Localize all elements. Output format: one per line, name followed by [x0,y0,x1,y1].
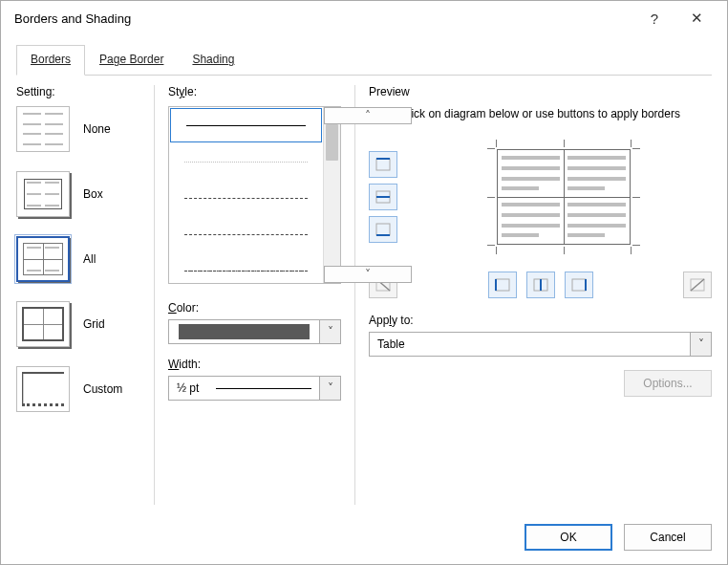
style-listbox[interactable]: ˄ ˅ [168,106,341,284]
setting-custom[interactable]: Custom [16,366,150,412]
svg-rect-0 [376,159,390,170]
preview-hint: Click on diagram below or use buttons to… [397,106,683,122]
style-option-dash-dot[interactable] [169,252,323,283]
color-swatch [179,324,310,339]
style-label: Style: [168,85,341,98]
border-inner-horizontal-button[interactable] [369,184,397,210]
setting-custom-icon [16,366,70,412]
setting-all-icon [16,236,70,282]
width-dropdown[interactable]: ½ pt ˅ [168,376,341,401]
width-label: Width: [168,358,341,371]
ok-button[interactable]: OK [525,524,612,551]
style-option-hairline[interactable] [169,143,323,180]
border-inner-vertical-button[interactable] [526,272,555,298]
setting-grid[interactable]: Grid [16,301,150,347]
setting-box[interactable]: Box [16,171,150,217]
dialog-title: Borders and Shading [14,11,633,26]
setting-none-icon [16,106,70,152]
help-button[interactable]: ? [633,4,675,33]
tab-strip: Borders Page Border Shading [16,45,712,76]
chevron-down-icon: ˅ [319,377,340,400]
setting-box-label: Box [83,187,103,201]
scroll-up-icon[interactable]: ˄ [324,107,412,124]
setting-all[interactable]: All [16,236,150,282]
apply-to-label: Apply to: [369,314,712,327]
setting-grid-icon [16,301,70,347]
style-option-solid[interactable] [170,108,322,142]
svg-rect-8 [496,279,509,291]
border-bottom-button[interactable] [369,216,397,243]
dialog-footer: OK Cancel [16,505,712,551]
setting-box-icon [16,171,70,217]
border-right-button[interactable] [565,272,593,298]
border-top-button[interactable] [369,151,397,178]
style-option-long-dash[interactable] [169,216,323,252]
close-button[interactable]: ✕ [675,4,717,33]
scroll-down-icon[interactable]: ˅ [324,266,412,283]
preview-diagram[interactable] [487,140,640,254]
dialog-borders-and-shading: Borders and Shading ? ✕ Borders Page Bor… [0,0,728,565]
svg-line-15 [691,279,704,291]
tab-shading[interactable]: Shading [178,45,248,76]
options-button: Options... [624,370,712,397]
chevron-down-icon: ˅ [319,320,340,343]
border-diagonal-up-button[interactable] [683,272,712,298]
setting-grid-label: Grid [83,317,105,331]
width-value: ½ pt [177,381,199,395]
style-option-dashed[interactable] [169,180,323,216]
width-sample-line [216,388,311,389]
svg-rect-12 [572,279,586,291]
setting-all-label: All [83,252,96,266]
style-scrollbar[interactable]: ˄ ˅ [323,107,340,283]
titlebar: Borders and Shading ? ✕ [1,1,727,35]
tab-borders[interactable]: Borders [16,45,85,76]
cancel-button[interactable]: Cancel [624,524,712,551]
apply-to-dropdown[interactable]: Table ˅ [369,332,712,357]
svg-rect-4 [376,224,390,235]
color-dropdown[interactable]: ˅ [168,319,341,344]
preview-label: Preview [369,85,712,98]
border-left-button[interactable] [488,272,517,298]
tab-page-border[interactable]: Page Border [85,45,178,76]
setting-label: Setting: [16,85,150,98]
color-label: Color: [168,301,341,315]
setting-none-label: None [83,122,111,136]
setting-custom-label: Custom [83,382,122,396]
scroll-thumb[interactable] [326,124,338,161]
setting-none[interactable]: None [16,106,150,152]
apply-to-value: Table [377,337,405,351]
chevron-down-icon: ˅ [690,333,711,356]
